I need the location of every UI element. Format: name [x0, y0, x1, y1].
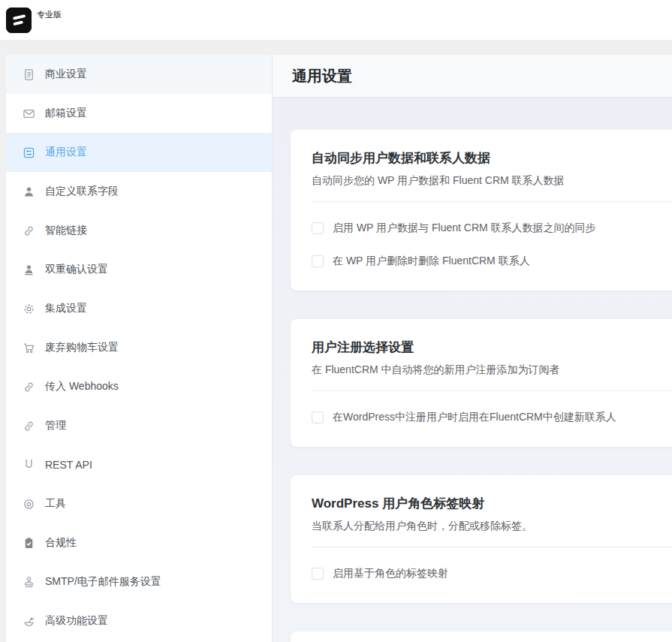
checkbox[interactable] [312, 222, 324, 234]
checkbox[interactable] [312, 568, 324, 580]
page-title: 通用设置 [292, 66, 352, 86]
fluentcrm-logo-icon [6, 8, 32, 33]
file-document-icon [23, 68, 35, 81]
manager-link-icon [23, 420, 35, 433]
smart-link-icon [23, 225, 35, 237]
card-description: 自动同步您的 WP 用户数据和 Fluent CRM 联系人数据 [312, 174, 672, 188]
checkbox-label: 在WordPress中注册用户时启用在FluentCRM中创建新联系人 [333, 411, 616, 424]
checkbox-label: 启用基于角色的标签映射 [333, 567, 448, 580]
sidebar-item-smtp-email-service[interactable]: SMTP/电子邮件服务设置 [6, 562, 272, 601]
divider [312, 547, 672, 547]
fluentcrm-logo[interactable] [6, 8, 32, 33]
checkbox-row-create-contact-on-register[interactable]: 在WordPress中注册用户时启用在FluentCRM中创建新联系人 [312, 411, 672, 424]
settings-sidebar: 商业设置 邮箱设置 [6, 55, 273, 642]
sidebar-item-tools[interactable]: 工具 [6, 484, 272, 523]
sidebar-item-label: 自定义联系字段 [45, 185, 119, 198]
sidebar-item-label: 废弃购物车设置 [45, 341, 119, 354]
sidebar-item-managers[interactable]: 管理 [6, 406, 272, 445]
divider [312, 390, 672, 391]
gear-icon [23, 303, 35, 315]
divider [312, 201, 672, 202]
sidebar-item-label: 通用设置 [45, 146, 87, 159]
sidebar-item-label: 管理 [45, 419, 66, 433]
checkbox-row-enable-wp-sync[interactable]: 启用 WP 用户数据与 Fluent CRM 联系人数据之间的同步 [312, 222, 672, 235]
card-title: 用户注册选择设置 [312, 339, 672, 356]
sidebar-item-label: REST API [45, 459, 92, 471]
sidebar-item-label: 传入 Webhooks [45, 380, 119, 393]
sidebar-item-label: 双重确认设置 [45, 263, 108, 276]
sidebar-item-label: 智能链接 [45, 224, 87, 237]
sidebar-item-custom-contact-fields[interactable]: 自定义联系字段 [6, 172, 272, 211]
sidebar-item-label: 邮箱设置 [45, 107, 87, 120]
sidebar-item-smart-links[interactable]: 智能链接 [6, 211, 272, 250]
card-description: 当联系人分配给用户角色时，分配或移除标签。 [312, 520, 672, 533]
content-body: 自动同步用户数据和联系人数据 自动同步您的 WP 用户数据和 Fluent CR… [273, 98, 672, 642]
settings-menu: 商业设置 邮箱设置 [6, 55, 272, 640]
sidebar-item-label: 工具 [45, 497, 66, 511]
sidebar-item-double-optin[interactable]: 双重确认设置 [6, 250, 272, 289]
user-icon [23, 185, 35, 198]
checkbox-label: 在 WP 用户删除时删除 FluentCRM 联系人 [333, 255, 530, 268]
checkbox-label: 启用 WP 用户数据与 Fluent CRM 联系人数据之间的同步 [333, 222, 596, 235]
card-user-registration-optin: 用户注册选择设置 在 FluentCRM 中自动将您的新用户注册添加为订阅者 在… [291, 319, 672, 447]
envelope-icon [23, 107, 35, 120]
shopping-cart-icon [23, 342, 35, 354]
clipboard-check-icon [23, 537, 35, 550]
settings-page: 商业设置 邮箱设置 [6, 55, 672, 642]
checkbox[interactable] [312, 255, 324, 267]
funnel-icon [23, 615, 35, 628]
card-comment-form-subscription: 评论表单订阅设置 在FluentCRM中自动将您的网站评论者添加为订阅者 [291, 631, 672, 642]
sidebar-item-label: 商业设置 [45, 68, 87, 81]
sidebar-item-incoming-webhooks[interactable]: 传入 Webhooks [6, 367, 272, 406]
settings-sliders-icon [23, 146, 35, 159]
sidebar-item-business-settings[interactable]: 商业设置 [6, 55, 272, 94]
webhook-link-icon [23, 381, 35, 393]
sidebar-item-general-settings[interactable]: 通用设置 [6, 133, 272, 172]
pro-version-badge: 专业版 [37, 10, 62, 19]
sidebar-item-label: 高级功能设置 [45, 614, 108, 628]
card-auto-sync: 自动同步用户数据和联系人数据 自动同步您的 WP 用户数据和 Fluent CR… [291, 130, 672, 291]
sidebar-item-compliance[interactable]: 合规性 [6, 523, 272, 562]
magnet-icon [23, 459, 35, 472]
card-description: 在 FluentCRM 中自动将您的新用户注册添加为订阅者 [312, 363, 672, 377]
user-optin-icon [23, 264, 35, 276]
tools-disc-icon [23, 498, 35, 511]
sidebar-item-label: SMTP/电子邮件服务设置 [45, 575, 161, 589]
checkbox[interactable] [312, 411, 324, 423]
checkbox-row-delete-contact-on-user-delete[interactable]: 在 WP 用户删除时删除 FluentCRM 联系人 [312, 255, 672, 268]
card-role-tag-mapping: WordPress 用户角色标签映射 当联系人分配给用户角色时，分配或移除标签。… [291, 475, 672, 603]
content-header: 通用设置 [273, 55, 672, 98]
settings-content: 通用设置 自动同步用户数据和联系人数据 自动同步您的 WP 用户数据和 Flue… [273, 55, 672, 642]
checkbox-row-enable-role-tag-mapping[interactable]: 启用基于角色的标签映射 [312, 567, 672, 580]
sidebar-item-advanced-features[interactable]: 高级功能设置 [6, 601, 272, 640]
sidebar-item-label: 集成设置 [45, 302, 87, 315]
card-title: WordPress 用户角色标签映射 [312, 495, 672, 512]
sidebar-item-abandoned-cart[interactable]: 废弃购物车设置 [6, 328, 272, 367]
stamp-icon [23, 576, 35, 589]
sidebar-item-integrations[interactable]: 集成设置 [6, 289, 272, 328]
sidebar-item-rest-api[interactable]: REST API [6, 445, 272, 484]
sidebar-item-label: 合规性 [45, 536, 77, 550]
sidebar-item-email-settings[interactable]: 邮箱设置 [6, 94, 272, 133]
card-title: 自动同步用户数据和联系人数据 [312, 149, 672, 167]
app-header: 专业版 [0, 0, 672, 40]
